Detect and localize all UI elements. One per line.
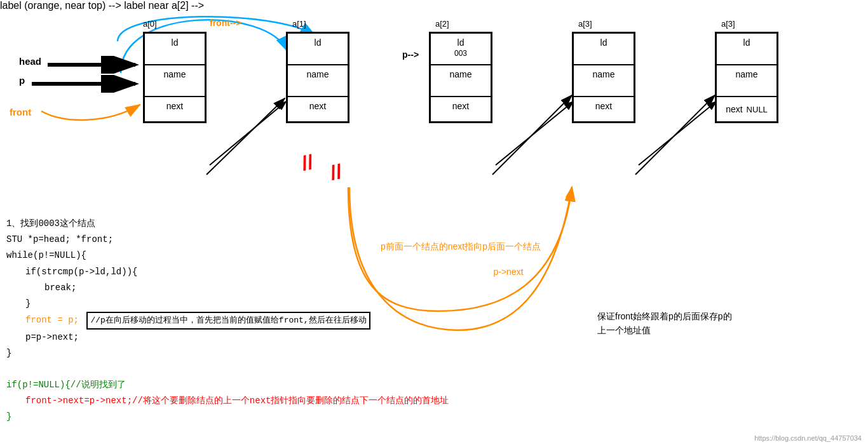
a0-to-a1-arrow: [140, 95, 292, 171]
front-arrow-svg: [0, 63, 146, 127]
watermark: https://blog.csdn.net/qq_44757034: [754, 434, 862, 442]
code-line11: if(p!=NULL){//说明找到了: [6, 377, 449, 393]
annot-guarantee2: 上一个地址值: [597, 325, 813, 337]
svg-line-22: [639, 102, 716, 165]
a3a-to-a3b-arrow: [569, 95, 724, 171]
code-comment: //p在向后移动的过程当中，首先把当前的值赋值给front,然后在往后移动: [86, 312, 370, 329]
node-a1-id: ld: [287, 33, 348, 65]
node-a1: ld name next: [286, 32, 349, 123]
code-line10: [6, 361, 449, 377]
null-label: NULL: [747, 105, 768, 114]
node-a0-id: ld: [144, 33, 205, 65]
node-a2-id-extra: 003: [454, 49, 467, 58]
code-line4: if(strcmp(p->ld,ld)){: [25, 264, 449, 280]
code-line1: 1、找到0003这个结点: [6, 216, 449, 232]
node-a1-name: name: [287, 65, 348, 97]
node-a3a-label: a[3]: [578, 19, 592, 29]
node-a3b: ld name next NULL: [715, 32, 778, 123]
node-a2-id: ld 003: [430, 33, 491, 65]
node-a1-next: next: [287, 97, 348, 122]
annot-p-next: p->next: [470, 267, 546, 277]
cross-mark-1: //: [300, 152, 315, 174]
code-line9: }: [6, 345, 449, 361]
node-a2-label: a[2]: [435, 19, 449, 29]
annot-guarantee: 保证front始终跟着p的后面保存p的: [597, 311, 813, 323]
node-a0-name: name: [144, 65, 205, 97]
node-a3b-id: ld: [716, 33, 777, 65]
front-assign: front = p;: [25, 315, 79, 325]
code-area: 1、找到0003这个结点 STU *p=head; *front; while(…: [6, 216, 449, 425]
node-a2-name: name: [430, 65, 491, 97]
node-a0-label: a[0]: [143, 19, 157, 29]
node-a3a-name: name: [573, 65, 634, 97]
main-container: label above) --> label arrow to a[2] -->: [0, 0, 868, 447]
svg-line-20: [496, 102, 573, 165]
node-a1-label: a[1]: [292, 19, 306, 29]
svg-line-17: [210, 102, 286, 165]
node-a3b-label: a[3]: [721, 19, 735, 29]
code-line12: front->next=p->next;//将这个要删除结点的上一个next指针…: [25, 393, 449, 409]
node-a3b-next: next NULL: [716, 97, 777, 122]
code-line8: p=p->next;: [25, 330, 449, 345]
code-line7: front = p; //p在向后移动的过程当中，首先把当前的值赋值给front…: [25, 312, 449, 329]
code-front-next: front->next=p->next;//将这个要删除结点的上一个next指针…: [25, 396, 449, 406]
a2-to-a3a-arrow: [426, 95, 581, 171]
code-line5: break;: [44, 280, 449, 296]
front-arrow-label: front-->: [210, 18, 241, 28]
p-arrow-label: p-->: [402, 50, 419, 60]
node-a3b-name: name: [716, 65, 777, 97]
node-a3a-id: ld: [573, 33, 634, 65]
code-line3: while(p!=NULL){: [6, 248, 449, 264]
code-line13: }: [6, 409, 449, 425]
code-line6: }: [25, 296, 449, 312]
code-line2: STU *p=head; *front;: [6, 232, 449, 248]
